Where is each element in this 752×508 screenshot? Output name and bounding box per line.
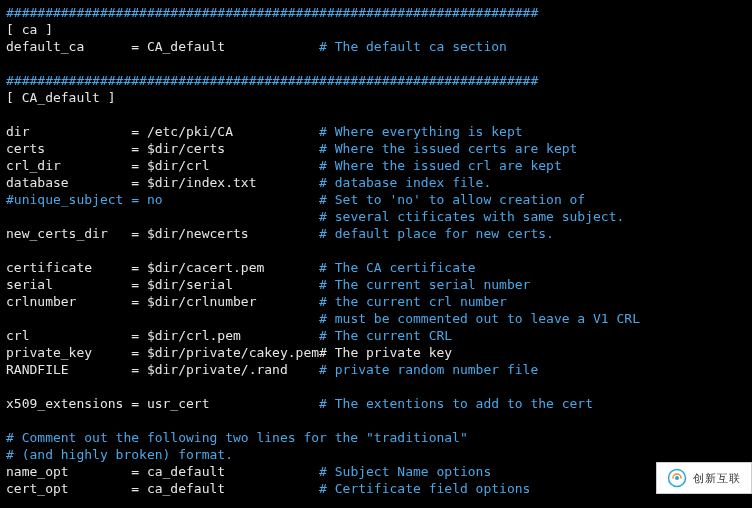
inline-comment: # The private key [319, 345, 452, 360]
config-line: crl_dir = $dir/crl [6, 158, 319, 173]
watermark-text: 创新互联 [693, 471, 741, 486]
section-header: [ CA_default ] [6, 90, 116, 105]
comment: # Where the issued certs are kept [319, 141, 577, 156]
watermark-logo-icon [667, 468, 687, 488]
comment-continuation: # several ctificates with same subject. [319, 209, 624, 224]
config-line: crlnumber = $dir/crlnumber [6, 294, 319, 309]
comment-continuation: # must be commented out to leave a V1 CR… [319, 311, 640, 326]
watermark-badge: 创新互联 [656, 462, 752, 494]
comment: # Where everything is kept [319, 124, 523, 139]
comment: # The current serial number [319, 277, 530, 292]
commented-setting: #unique_subject = no [6, 192, 319, 207]
comment-line: ########################################… [6, 73, 538, 88]
config-line: cert_opt = ca_default [6, 481, 319, 496]
config-line: certs = $dir/certs [6, 141, 319, 156]
config-file-view: ########################################… [0, 0, 752, 501]
comment: # Set to 'no' to allow creation of [319, 192, 585, 207]
config-line: name_opt = ca_default [6, 464, 319, 479]
config-line: certificate = $dir/cacert.pem [6, 260, 319, 275]
comment: # default place for new certs. [319, 226, 554, 241]
comment: # Where the issued crl are kept [319, 158, 562, 173]
config-line: serial = $dir/serial [6, 277, 319, 292]
comment: # The extentions to add to the cert [319, 396, 593, 411]
comment-line: # (and highly broken) format. [6, 447, 233, 462]
config-line: x509_extensions = usr_cert [6, 396, 319, 411]
comment: # Certificate field options [319, 481, 530, 496]
config-line: database = $dir/index.txt [6, 175, 319, 190]
config-line: RANDFILE = $dir/private/.rand [6, 362, 319, 377]
comment: # The CA certificate [319, 260, 476, 275]
comment: # the current crl number [319, 294, 507, 309]
comment: # The default ca section [319, 39, 507, 54]
config-line: private_key = $dir/private/cakey.pem [6, 345, 319, 360]
svg-point-1 [675, 476, 679, 480]
comment-line: # Comment out the following two lines fo… [6, 430, 468, 445]
comment-line: ########################################… [6, 5, 538, 20]
comment: # database index file. [319, 175, 491, 190]
comment: # The current CRL [319, 328, 452, 343]
comment: # Subject Name options [319, 464, 491, 479]
section-header: [ ca ] [6, 22, 53, 37]
config-line: new_certs_dir = $dir/newcerts [6, 226, 319, 241]
config-line: crl = $dir/crl.pem [6, 328, 319, 343]
comment: # private random number file [319, 362, 538, 377]
config-line: dir = /etc/pki/CA [6, 124, 319, 139]
config-line: default_ca = CA_default [6, 39, 319, 54]
